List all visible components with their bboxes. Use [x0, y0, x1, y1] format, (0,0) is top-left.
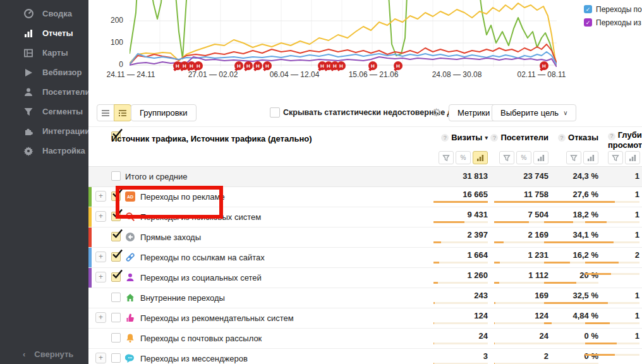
note-marker[interactable]: Н — [540, 61, 548, 70]
link-icon — [125, 252, 135, 262]
table-row-messengers: + Переходы из мессенджеров 3 2 0 % — [88, 349, 642, 364]
flat-view-button[interactable] — [97, 104, 114, 121]
column-header-bounce[interactable]: ? Отказы — [558, 133, 598, 142]
filter-funnel-button[interactable] — [499, 151, 514, 164]
sidebar-item-webvisor[interactable]: Вебвизор — [0, 63, 88, 82]
ad-icon: AD — [125, 191, 135, 202]
row-checkbox[interactable] — [111, 293, 121, 302]
expand-button[interactable]: + — [95, 252, 106, 262]
help-icon[interactable]: ? — [608, 133, 615, 140]
row-label[interactable]: Прямые заходы — [140, 233, 201, 242]
visits-filter-group: % — [439, 151, 488, 164]
sidebar-item-reports[interactable]: Отчеты — [0, 23, 88, 43]
filter-bars-button[interactable] — [625, 151, 640, 164]
y-axis-tick: 100 — [104, 38, 123, 47]
filter-bars-button[interactable] — [583, 151, 598, 164]
legend-item-social[interactable]: ✓ Переходы из со — [584, 16, 642, 29]
table-row-internal: + Внутренние переходы 243 169 32,5 % 1 — [88, 288, 642, 308]
row-label[interactable]: Переходы по рекламе — [140, 192, 225, 202]
house-icon — [125, 293, 135, 303]
sort-caret-icon: ▾ — [485, 135, 488, 141]
filter-percent-button[interactable]: % — [456, 151, 471, 164]
visits-cell: 1 664 — [433, 251, 488, 264]
column-header-visitors[interactable]: ? Посетители — [490, 133, 548, 142]
filter-funnel-button[interactable] — [439, 151, 454, 164]
row-label[interactable]: Переходы с почтовых рассылок — [140, 334, 262, 343]
row-checkbox[interactable] — [111, 313, 121, 322]
row-label[interactable]: Переходы по ссылкам на сайтах — [140, 253, 265, 262]
person-icon — [23, 87, 34, 97]
filter-funnel-button[interactable] — [566, 151, 581, 164]
tree-view-button[interactable] — [114, 104, 131, 121]
sidebar-item-settings[interactable]: Настройка — [0, 141, 88, 161]
sidebar-collapse-button[interactable]: ‹ Свернуть — [23, 349, 73, 359]
sidebar-item-integrations[interactable]: Интеграции — [0, 121, 88, 141]
visitors-cell: 11 758 — [494, 190, 548, 203]
filter-percent-button[interactable]: % — [516, 151, 531, 164]
depth-cell: 1 — [585, 172, 639, 181]
totals-row: Итого и средние 31 813 23 745 24,3 % 1 — [88, 167, 642, 187]
column-header-visits[interactable]: ? Визиты ▾ — [441, 133, 488, 142]
row-label[interactable]: Переходы из рекомендательных систем — [140, 313, 294, 323]
dimension-header[interactable]: Источник трафика, Источник трафика (дета… — [111, 134, 312, 143]
column-header-depth[interactable]: ? Глубина просмотра — [608, 130, 642, 150]
legend-checkbox[interactable]: ✓ — [584, 5, 592, 13]
row-checkbox[interactable] — [111, 171, 121, 181]
row-checkbox[interactable] — [111, 232, 121, 241]
groupings-button[interactable]: Группировки — [131, 104, 197, 121]
sidebar-item-visitors[interactable]: Посетители — [0, 82, 88, 102]
note-marker[interactable]: Н — [368, 61, 377, 70]
depth-cell — [585, 352, 639, 356]
row-color-stripe — [88, 207, 92, 227]
depth-cell: 2 — [585, 251, 639, 264]
sidebar-item-segments[interactable]: Сегменты — [0, 102, 88, 121]
legend-checkbox[interactable]: ✓ — [584, 18, 592, 27]
note-marker[interactable]: Н — [263, 61, 272, 70]
hide-inaccurate-checkbox[interactable] — [270, 107, 280, 118]
expand-button[interactable]: + — [95, 211, 106, 222]
bounce-filter-group — [566, 151, 598, 164]
filter-funnel-button[interactable] — [608, 151, 623, 164]
help-icon[interactable]: ? — [490, 134, 498, 142]
note-marker[interactable]: Н — [394, 61, 403, 70]
row-checkbox[interactable] — [111, 272, 121, 282]
filter-bars-button[interactable] — [533, 151, 548, 164]
note-marker[interactable]: Н — [244, 61, 253, 70]
row-label[interactable]: Переходы из мессенджеров — [140, 354, 248, 363]
select-goal-button[interactable]: Выберите цель ∨ — [492, 104, 576, 121]
note-marker[interactable]: Н — [234, 61, 243, 70]
row-checkbox[interactable] — [111, 333, 121, 343]
visitors-cell: 1 231 — [494, 251, 548, 264]
help-icon[interactable]: ? — [558, 134, 566, 142]
table-row-ads: + AD Переходы по рекламе 16 665 11 758 2… — [88, 187, 642, 207]
row-checkbox[interactable] — [111, 252, 121, 262]
filter-bars-button[interactable] — [473, 151, 488, 164]
row-label[interactable]: Внутренние переходы — [140, 293, 225, 303]
note-marker[interactable]: Н — [337, 61, 346, 70]
legend-item-links[interactable]: ✓ Переходы по сс — [584, 3, 642, 16]
depth-cell: 1 — [585, 332, 639, 344]
row-checkbox[interactable] — [111, 212, 121, 221]
expand-button[interactable]: + — [95, 353, 106, 363]
table-row-recommendations: + Переходы из рекомендательных систем 12… — [88, 308, 642, 329]
gauge-icon — [23, 8, 34, 19]
visitors-cell: 7 504 — [494, 210, 548, 223]
row-checkbox[interactable] — [111, 353, 121, 363]
sidebar-item-label: Посетители — [42, 87, 90, 97]
sidebar-item-summary[interactable]: Сводка — [0, 4, 88, 23]
expand-button[interactable]: + — [95, 312, 106, 323]
note-marker[interactable]: Н — [194, 61, 203, 70]
settings-gear-icon[interactable]: ⚙ — [432, 106, 441, 119]
row-label[interactable]: Переходы из социальных сетей — [140, 273, 262, 282]
sidebar-item-maps[interactable]: Карты — [0, 43, 88, 63]
row-checkbox[interactable] — [111, 191, 121, 201]
select-goal-label: Выберите цель — [500, 108, 559, 118]
visitors-cell: 169 — [494, 291, 548, 304]
row-label[interactable]: Переходы из поисковых систем — [140, 212, 261, 222]
help-icon[interactable]: ? — [441, 134, 449, 142]
legend-label: Переходы по сс — [596, 5, 642, 14]
collapse-label: Свернуть — [34, 349, 73, 359]
expand-button[interactable]: + — [95, 191, 106, 202]
note-marker[interactable]: Н — [253, 61, 262, 70]
expand-button[interactable]: + — [95, 272, 106, 282]
